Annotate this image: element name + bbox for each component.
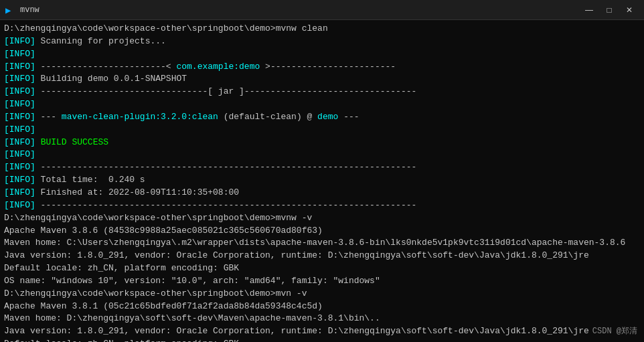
terminal-line: [INFO] Finished at: 2022-08-09T11:10:35+… (4, 187, 640, 199)
terminal-line: Apache Maven 3.8.6 (84538c9988a25aec0850… (4, 225, 640, 238)
terminal-line: D:\zhengqingya\code\workspace-other\spri… (4, 23, 640, 35)
terminal-line: Java version: 1.8.0_291, vendor: Oracle … (4, 250, 640, 262)
terminal-line: [INFO] --------------------------------[… (4, 86, 640, 98)
terminal-line: [INFO] Scanning for projects... (4, 35, 640, 48)
terminal-line: Java version: 1.8.0_291, vendor: Oracle … (4, 325, 640, 338)
terminal-line: [INFO] (4, 98, 640, 111)
app-icon: ▶ (5, 5, 16, 15)
terminal-line: OS name: "windows 10", version: "10.0", … (4, 275, 640, 288)
terminal-line: [INFO] (4, 124, 640, 137)
terminal-line: Maven home: D:\zhengqingya\soft\soft-dev… (4, 313, 640, 325)
minimize-button[interactable]: — (580, 3, 598, 17)
watermark: CSDN @郑清 (592, 325, 637, 337)
terminal-line: [INFO] ---------------------------------… (4, 161, 640, 174)
terminal-line: Apache Maven 3.8.1 (05c21c65bdfed0f71a2f… (4, 301, 640, 313)
terminal-line: [INFO] --- maven-clean-plugin:3.2.0:clea… (4, 111, 640, 124)
terminal-line: Default locale: zh_CN, platform encoding… (4, 338, 640, 342)
terminal-line: D:\zhengqingya\code\workspace-other\spri… (4, 212, 640, 225)
terminal-line: Maven home: C:\Users\zhengqingya\.m2\wra… (4, 237, 640, 250)
terminal-line: D:\zhengqingya\code\workspace-other\spri… (4, 288, 640, 301)
terminal[interactable]: D:\zhengqingya\code\workspace-other\spri… (0, 20, 644, 342)
title-bar-text: mvnw (20, 5, 576, 15)
title-bar-controls: — □ ✕ (580, 3, 639, 17)
terminal-line: [INFO] (4, 48, 640, 61)
terminal-line: [INFO] ------------------------< com.exa… (4, 61, 640, 74)
close-button[interactable]: ✕ (620, 3, 639, 17)
terminal-line: [INFO] ---------------------------------… (4, 199, 640, 212)
terminal-line: [INFO] Building demo 0.0.1-SNAPSHOT (4, 73, 640, 86)
terminal-line: [INFO] BUILD SUCCESS (4, 137, 640, 149)
terminal-line: Default locale: zh_CN, platform encoding… (4, 262, 640, 275)
terminal-line: [INFO] (4, 149, 640, 161)
title-bar: ▶ mvnw — □ ✕ (0, 0, 644, 20)
maximize-button[interactable]: □ (600, 3, 619, 17)
terminal-line: [INFO] Total time: 0.240 s (4, 174, 640, 187)
